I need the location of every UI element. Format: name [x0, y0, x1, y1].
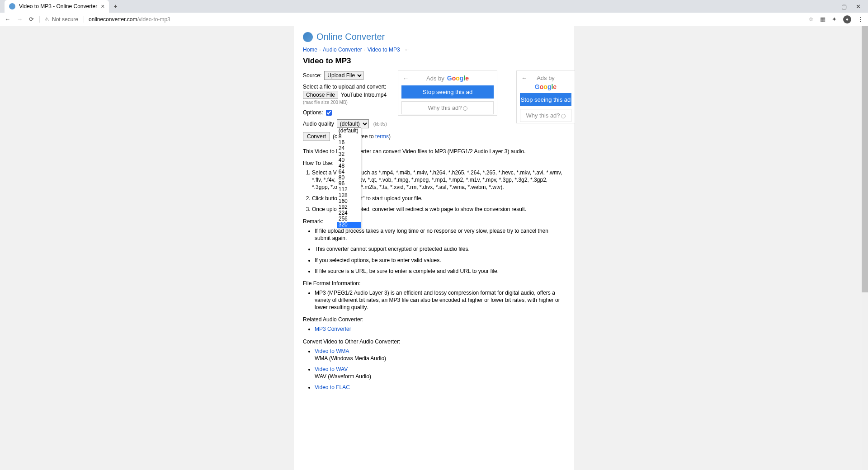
ad-why-button[interactable]: Why this ad?i: [401, 101, 494, 114]
star-icon[interactable]: ☆: [808, 16, 814, 23]
list-item: MP3 Converter: [315, 325, 565, 333]
favicon-icon: [9, 3, 15, 9]
other-link[interactable]: Video to FLAC: [315, 384, 350, 390]
minimize-button[interactable]: —: [826, 3, 832, 10]
ad-stop-button[interactable]: Stop seeing this ad: [520, 93, 571, 106]
format-info: MP3 (MPEG1/2 Audio Layer 3) is an effici…: [315, 289, 565, 311]
options-label: Options:: [303, 109, 323, 116]
select-file-label: Select a file to upload and convert:: [303, 84, 386, 90]
breadcrumb: Home - Audio Converter - Video to MP3 ←: [303, 47, 565, 53]
maximize-button[interactable]: ▢: [841, 3, 847, 10]
ad-by-label: Ads by: [426, 75, 444, 82]
related-label: Related Audio Converter:: [303, 316, 565, 323]
other-link[interactable]: Video to WMA: [315, 348, 349, 354]
tab-bar: Video to MP3 - Online Converter × + — ▢ …: [0, 0, 868, 13]
ad-stop-button[interactable]: Stop seeing this ad: [401, 85, 494, 99]
browser-chrome: Video to MP3 - Online Converter × + — ▢ …: [0, 0, 868, 26]
info-icon: i: [463, 106, 467, 111]
list-item: Video to FLAC: [315, 384, 565, 391]
browser-tab[interactable]: Video to MP3 - Online Converter ×: [5, 0, 109, 13]
reload-button[interactable]: ⟳: [29, 16, 34, 23]
back-button[interactable]: ←: [5, 16, 10, 23]
quality-label: Audio quality: [303, 121, 334, 127]
ad-back-icon[interactable]: ←: [521, 75, 527, 81]
site-logo[interactable]: Online Converter: [303, 32, 565, 42]
selected-filename: YouTube Intro.mp4: [341, 92, 387, 98]
list-item: Video to WAVWAV (Waveform Audio): [315, 366, 565, 380]
new-tab-button[interactable]: +: [109, 2, 122, 11]
source-select[interactable]: Upload File: [324, 71, 363, 80]
url-host: onlineconverter.com: [89, 16, 137, 23]
terms-link[interactable]: terms: [375, 133, 389, 140]
browser-toolbar: ← → ⟳ ⚠ Not secure onlineconverter.com/v…: [0, 13, 868, 26]
kbits-hint: (kbit/s): [373, 122, 387, 127]
other-label: Convert Video to Other Audio Converter:: [303, 338, 565, 345]
list-item: If file source is a URL, be sure to ente…: [315, 268, 565, 275]
remark-list: If file upload process takes a very long…: [303, 227, 565, 275]
menu-icon[interactable]: ⋮: [858, 16, 863, 23]
tab-title: Video to MP3 - Online Converter: [19, 3, 97, 9]
breadcrumb-audio[interactable]: Audio Converter: [323, 47, 362, 53]
list-item: This converter cannot support encrypted …: [315, 245, 565, 253]
breadcrumb-current[interactable]: Video to MP3: [368, 47, 400, 53]
ad-why-button[interactable]: Why this ad?i: [520, 109, 571, 122]
ad-by-label: Ads by: [537, 75, 555, 81]
list-item: Video to WMAWMA (Windows Media Audio): [315, 348, 565, 362]
format-info-list: MP3 (MPEG1/2 Audio Layer 3) is an effici…: [303, 289, 565, 311]
format-label: File Format Information:: [303, 280, 565, 287]
security-indicator[interactable]: ⚠ Not secure: [39, 16, 78, 23]
breadcrumb-home[interactable]: Home: [303, 47, 317, 53]
page-body: Online Converter Home - Audio Converter …: [0, 26, 868, 470]
window-controls: — ▢ ✕: [826, 3, 868, 10]
warning-icon: ⚠: [44, 16, 49, 23]
other-list: Video to WMAWMA (Windows Media Audio)Vid…: [303, 348, 565, 391]
list-item: If file upload process takes a very long…: [315, 227, 565, 242]
google-logo: Google: [447, 75, 469, 82]
profile-avatar[interactable]: ●: [843, 15, 851, 24]
extension-icon-1[interactable]: ▦: [820, 16, 826, 23]
source-label: Source:: [303, 72, 321, 79]
url-bar[interactable]: onlineconverter.com/video-to-mp3: [84, 16, 170, 23]
close-tab-icon[interactable]: ×: [101, 3, 104, 10]
nav-arrows: ← → ⟳: [5, 16, 34, 23]
logo-icon: [303, 32, 313, 42]
ad-block-right: ← Ads by Google Stop seeing this ad Why …: [516, 70, 575, 123]
page-title: Video to MP3: [303, 56, 565, 66]
quality-option[interactable]: 320: [337, 222, 361, 228]
convert-button[interactable]: Convert: [303, 132, 330, 141]
quality-select[interactable]: (default): [337, 119, 369, 128]
info-icon: i: [561, 114, 566, 118]
quality-dropdown-list: (default)8162432404864809611212816019222…: [337, 127, 361, 228]
url-path: /video-to-mp3: [137, 16, 170, 23]
list-item: If you selected options, be sure to ente…: [315, 257, 565, 264]
scrollbar-thumb[interactable]: [862, 26, 868, 292]
security-label: Not secure: [52, 16, 78, 23]
breadcrumb-back-icon[interactable]: ←: [405, 47, 410, 53]
related-list: MP3 Converter: [303, 325, 565, 333]
ad-block-left: ← Ads by Google Stop seeing this ad Why …: [398, 70, 497, 116]
options-checkbox[interactable]: [326, 110, 332, 116]
scrollbar[interactable]: [862, 26, 868, 470]
related-link[interactable]: MP3 Converter: [315, 326, 351, 332]
close-window-button[interactable]: ✕: [856, 3, 861, 10]
logo-text: Online Converter: [316, 32, 385, 42]
forward-button[interactable]: →: [17, 16, 23, 23]
other-link[interactable]: Video to WAV: [315, 366, 348, 372]
ad-back-icon[interactable]: ←: [403, 75, 409, 82]
extensions-icon[interactable]: ✦: [832, 16, 837, 23]
choose-file-button[interactable]: Choose File: [303, 91, 338, 99]
